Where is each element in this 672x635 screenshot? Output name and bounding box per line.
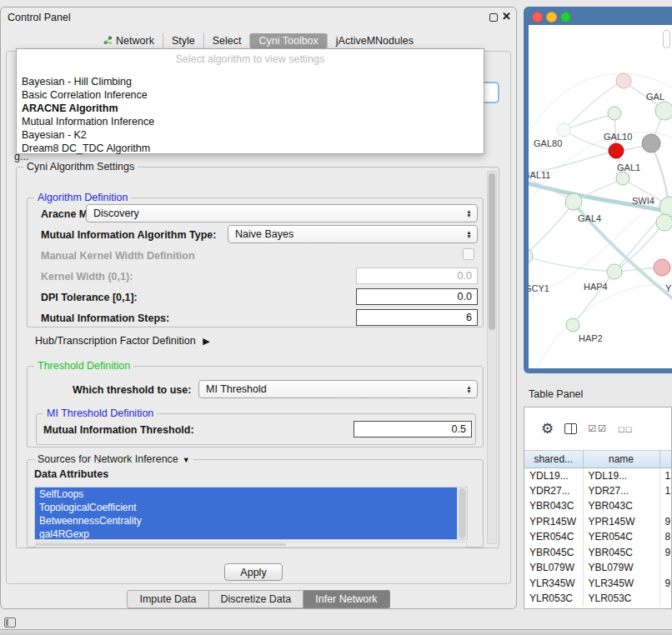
table-row[interactable]: YLR345WYLR345W9.: [524, 576, 672, 592]
attribute-item[interactable]: SelfLoops: [35, 488, 457, 501]
mi-type-select[interactable]: Naive Bayes ▲▼: [228, 225, 478, 243]
chevron-right-icon: ▶: [203, 336, 209, 346]
network-node[interactable]: [654, 259, 670, 276]
table-row[interactable]: YBR045CYBR045C9.: [524, 545, 672, 561]
network-node[interactable]: [607, 264, 622, 279]
spinner-arrows-icon: ▲▼: [464, 209, 474, 218]
settings-group-title: Cyni Algorithm Settings: [23, 161, 138, 172]
network-node-label: HAP4: [584, 282, 608, 292]
table-row[interactable]: YPR145WYPR145W9.: [524, 514, 672, 530]
network-node[interactable]: [616, 73, 631, 88]
network-node-label: HAP2: [579, 333, 603, 343]
network-node[interactable]: [529, 248, 533, 263]
hub-definition-toggle[interactable]: Hub/Transcription Factor Definition ▶: [35, 335, 210, 347]
attributes-horizontal-scrollbar[interactable]: [34, 542, 468, 548]
settings-scrollbar-thumb[interactable]: [489, 173, 495, 330]
network-node[interactable]: [659, 197, 672, 217]
attributes-vertical-scrollbar[interactable]: [457, 488, 467, 539]
minimize-traffic-light[interactable]: [546, 12, 557, 22]
network-node[interactable]: [565, 193, 582, 210]
close-traffic-light[interactable]: [532, 12, 543, 22]
network-node[interactable]: [609, 143, 624, 158]
bottom-strip: [0, 629, 672, 635]
network-node[interactable]: [655, 102, 672, 120]
close-icon[interactable]: ✕: [502, 10, 511, 22]
algorithm-option[interactable]: Basic Correlation Inference: [17, 88, 484, 102]
main-tab-bar: NetworkStyleSelectCyni ToolboxjActiveMNo…: [1, 31, 516, 50]
table-cell: YBL079W: [583, 560, 659, 576]
panel-toggle-icon[interactable]: [4, 618, 16, 628]
kernel-width-field[interactable]: 0.0: [356, 268, 478, 284]
node-table-body: YDL19...YDL19...13YDR27...YDR27...12YBR0…: [524, 468, 672, 607]
table-cell: 9.: [659, 576, 672, 592]
table-row[interactable]: YBL079WYBL079W: [524, 560, 672, 576]
attribute-item[interactable]: BetweennessCentrality: [35, 514, 457, 528]
attribute-item[interactable]: gal4RGexp: [35, 528, 457, 539]
table-cell: YBR043C: [524, 498, 583, 514]
network-node[interactable]: [642, 134, 660, 152]
network-node[interactable]: [616, 172, 629, 185]
which-threshold-select[interactable]: MI Threshold ▲▼: [198, 380, 478, 398]
attribute-item[interactable]: TopologicalCoefficient: [35, 501, 457, 514]
columns-icon[interactable]: [564, 423, 577, 434]
dpi-tolerance-field[interactable]: 0.0: [356, 288, 478, 305]
tab-label: Network: [116, 35, 154, 47]
table-row[interactable]: YDR27...YDR27...12: [524, 483, 672, 499]
network-node-label: GCY1: [529, 283, 549, 293]
spinner-arrows-icon: ▲▼: [464, 230, 474, 238]
network-node[interactable]: [656, 214, 672, 231]
tab-style[interactable]: Style: [163, 33, 203, 48]
network-node[interactable]: [608, 107, 621, 120]
table-cell: [659, 591, 672, 607]
table-cell: 12: [659, 483, 672, 499]
column-header-shared[interactable]: shared...: [524, 451, 583, 468]
hub-definition-label: Hub/Transcription Factor Definition: [35, 335, 196, 347]
column-header-name[interactable]: name: [583, 451, 659, 468]
algorithm-option[interactable]: Mutual Information Inference: [17, 115, 484, 128]
mi-steps-field[interactable]: 6: [356, 309, 478, 326]
tab-discretize-data[interactable]: Discretize Data: [209, 590, 304, 608]
column-header-extra[interactable]: [659, 451, 672, 468]
network-scrollbar[interactable]: [663, 30, 670, 48]
network-view-window: GALGAL80GAL10GAL11GAL1SWI4GAL4GCY1HAP4HA…: [524, 7, 672, 373]
gear-icon[interactable]: ⚙: [541, 420, 554, 438]
algorithm-option[interactable]: ARACNE Algorithm: [17, 102, 484, 115]
network-icon: [103, 36, 113, 45]
mi-type-label: Mutual Information Algorithm Type:: [41, 229, 216, 241]
network-node-label: Y: [665, 283, 672, 293]
table-row[interactable]: YDL19...YDL19...13: [524, 468, 672, 483]
tab-infer-network[interactable]: Infer Network: [303, 590, 389, 608]
manual-kernel-checkbox[interactable]: [463, 248, 474, 260]
algorithm-option[interactable]: Dream8 DC_TDC Algorithm: [17, 142, 484, 155]
table-cell: YER054C: [583, 529, 659, 545]
tab-select[interactable]: Select: [203, 33, 250, 48]
network-canvas-svg: GALGAL80GAL10GAL11GAL1SWI4GAL4GCY1HAP4HA…: [529, 25, 672, 368]
algorithm-option[interactable]: Bayesian - Hill Climbing: [17, 75, 484, 88]
network-node-label: GAL4: [578, 213, 601, 223]
tab-impute-data[interactable]: Impute Data: [127, 590, 208, 608]
network-node[interactable]: [566, 318, 579, 332]
algorithm-option[interactable]: Bayesian - K2: [17, 128, 484, 142]
table-row[interactable]: YBR043CYBR043C: [524, 498, 672, 514]
table-panel: ⚙ ☑☑ □□ shared... name YDL19...YDL19...1…: [524, 407, 672, 609]
table-panel-title: Table Panel: [529, 388, 583, 400]
tab-network[interactable]: Network: [95, 33, 163, 48]
tab-jactivemnodules[interactable]: jActiveMNodules: [327, 33, 422, 48]
tab-label: Style: [172, 35, 195, 47]
apply-button[interactable]: Apply: [224, 563, 283, 581]
screen: Control Panel ✕ NetworkStyleSelectCyni T…: [0, 0, 672, 635]
tab-cyni-toolbox[interactable]: Cyni Toolbox: [249, 33, 326, 48]
zoom-traffic-light[interactable]: [560, 12, 571, 22]
mi-threshold-field[interactable]: 0.5: [354, 421, 472, 438]
network-canvas[interactable]: GALGAL80GAL10GAL11GAL1SWI4GAL4GCY1HAP4HA…: [529, 25, 672, 368]
float-window-icon[interactable]: [489, 13, 498, 22]
aracne-mode-select[interactable]: Discovery ▲▼: [86, 204, 478, 222]
network-node[interactable]: [557, 123, 570, 137]
sources-title[interactable]: Sources for Network Inference▼: [34, 453, 193, 465]
settings-scrollbar[interactable]: [487, 171, 497, 544]
deselect-all-icon[interactable]: □□: [619, 424, 633, 434]
mi-threshold-group: MI Threshold Definition Mutual Informati…: [36, 413, 476, 445]
table-row[interactable]: YER054CYER054C8.: [524, 529, 672, 545]
select-all-icon[interactable]: ☑☑: [588, 423, 608, 434]
table-row[interactable]: YLR053CYLR053C: [524, 591, 672, 607]
